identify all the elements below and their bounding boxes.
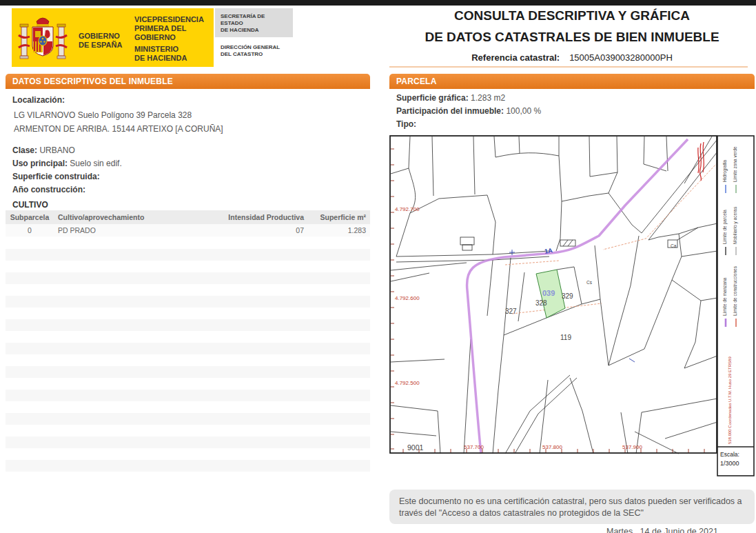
label-328: 328 [535,299,547,307]
label-subparcel-039: 039 [542,289,555,297]
coord-x-1: 537.700 [464,444,484,450]
vicepresidencia-label: VICEPRESIDENCIA PRIMERA DEL GOBIERNO [134,15,214,42]
cell-intensidad: 07 [212,224,308,237]
left-panel-header-banner: DATOS DESCRIPTIVOS DEL INMUEBLE [6,74,370,89]
legend-limite-manzana: Límite de manzana [722,277,727,316]
ministerio-label: MINISTERIO DE HACIENDA [134,45,187,63]
superficie-grafica-value: 1.283 m2 [471,93,505,103]
participacion-value: 100,00 % [506,106,541,116]
direccion-general-catastro-label: DIRECCIÓN GENERAL DEL CATASTRO [215,41,293,67]
title-line-2: DE DATOS CATASTRALES DE BIEN INMUEBLE [400,30,744,45]
escala-label: Escala: [720,451,739,458]
empty-rows-stripes [6,237,370,483]
spain-coat-of-arms-icon [16,12,70,64]
legend-zona-verde: Límite zona verde [733,146,737,182]
map-legend: Hidrografía Límite zona verde Límite de … [717,136,754,476]
localizacion-line1: LG VILARNOVO Suelo Polígono 39 Parcela 3… [14,110,192,120]
top-dark-bar [0,0,756,6]
legend-mobiliario: Mobiliario y aceras [733,206,738,244]
localizacion-label: Localización: [12,95,65,105]
cell-superficie: 1.283 [308,224,370,237]
col-superficie: Superficie m² [308,210,370,224]
government-logo-block: GOBIERNO DE ESPAÑA VICEPRESIDENCIA PRIME… [12,8,214,67]
localizacion-line2: ARMENTON DE ARRIBA. 15144 ARTEIXO [A COR… [14,124,223,134]
cadastral-document-page: GOBIERNO DE ESPAÑA VICEPRESIDENCIA PRIME… [0,0,756,533]
header-divider [389,66,748,68]
clase-row: Clase: URBANO [12,145,75,155]
coord-x-3: 537.900 [622,444,642,450]
coord-y-1: 4.792.700 [395,206,420,212]
superficie-construida-row: Superficie construida: [12,172,100,181]
coord-y-2: 4.792.600 [395,295,420,301]
col-subparcela: Subparcela [6,210,54,224]
gobierno-espana-label: GOBIERNO DE ESPAÑA [79,32,122,50]
disclaimer-box: Este documento no es una certificación c… [389,490,755,524]
label-cs: Cs [586,280,593,285]
participacion-row: Participación del inmueble: 100,00 % [396,105,755,118]
property-data-panel: Localización: LG VILARNOVO Suelo Polígon… [6,89,370,483]
parcela-header-banner: PARCELA [389,74,755,89]
label-ca: Ca [671,243,677,248]
reference-label: Referencia catastral: [471,52,560,63]
legend-limite-parcela: Límite de parcela [722,210,728,244]
tipo-row: Tipo: [396,118,755,131]
legend-hidrografia: Hidrografía [722,159,728,182]
anio-construccion-row: Año construcción: [12,185,85,194]
cultivo-header-row: Subparcela Cultivo/aprovechamiento Inten… [6,210,370,224]
cell-cultivo: PD PRADO [54,224,212,237]
secretaria-estado-label: SECRETARÍA DE ESTADO DE HACIENDA [215,8,293,37]
cultivo-table: Subparcela Cultivo/aprovechamiento Inten… [6,210,370,237]
label-327: 327 [505,308,517,315]
label-9001: 9001 [407,443,424,452]
legend-limite-construcciones: Límite de construcciones [733,265,737,316]
label-329: 329 [562,292,573,300]
title-line-1: CONSULTA DESCRIPTIVA Y GRÁFICA [400,8,744,23]
uso-principal-row: Uso principal: Suelo sin edif. [12,159,122,168]
label-119: 119 [560,334,571,341]
footer-date: Martes , 14 de Junio de 2021 [606,527,751,533]
uso-value: Suelo sin edif. [70,159,121,168]
cultivo-data-row: 0 PD PRADO 07 1.283 [6,224,370,237]
parcela-info: Superficie gráfica: 1.283 m2 Participaci… [396,92,755,131]
cadastral-map: 4.792.700 4.792.600 4.792.500 537.700 53… [389,135,755,478]
superficie-grafica-row: Superficie gráfica: 1.283 m2 [396,92,755,105]
road-label-1a: 1A [544,247,553,255]
reference-value: 15005A039003280000PH [569,52,673,63]
cell-subparcela: 0 [6,224,54,237]
escala-value: 1/3000 [720,460,739,467]
clase-value: URBANO [39,145,74,155]
cultivo-title: CULTIVO [12,200,48,210]
coord-x-2: 537.800 [542,444,562,450]
coord-y-3: 4.792.500 [395,380,420,386]
cadastral-reference: Referencia catastral:15005A039003280000P… [400,52,744,63]
document-title: CONSULTA DESCRIPTIVA Y GRÁFICA DE DATOS … [400,8,744,63]
legend-utm-note: 538.000 Coordenadas U.T.M. Huso 29 ETRS8… [728,356,732,444]
col-cultivo: Cultivo/aprovechamiento [54,210,212,224]
col-intensidad: Intensidad Productiva [212,210,308,224]
